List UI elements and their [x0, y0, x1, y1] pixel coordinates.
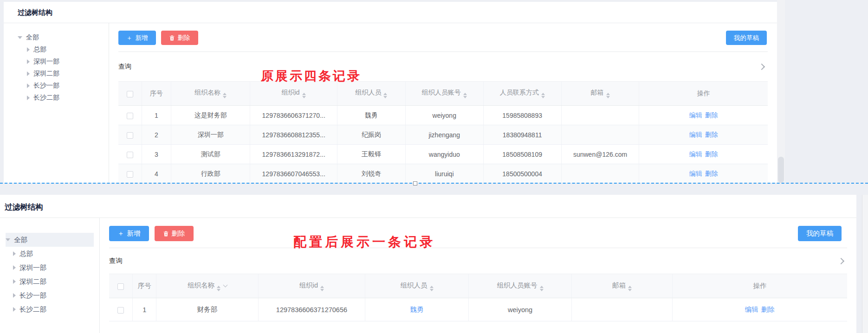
sort-icon[interactable] [606, 93, 610, 98]
caret-right-icon[interactable] [27, 59, 30, 64]
caret-right-icon[interactable] [27, 83, 30, 88]
caret-right-icon[interactable] [27, 47, 30, 52]
cell-org-name: 测试部 [171, 145, 250, 164]
edit-link[interactable]: 编辑 [689, 111, 702, 119]
member-link[interactable]: 魏勇 [410, 306, 424, 313]
column-header-actions: 操作 [672, 274, 847, 298]
caret-down-icon[interactable] [18, 36, 22, 39]
table-row: 3 测试部 1297836613291872... 王毅铎 wangyiduo … [118, 145, 768, 164]
sort-icon[interactable] [383, 93, 387, 98]
column-header-member: 组织人员 [337, 82, 405, 106]
cell-phone: 18500500004 [483, 164, 561, 183]
chevron-down-icon[interactable] [223, 282, 228, 287]
delete-link[interactable]: 删除 [705, 131, 718, 138]
tree-item-sz2[interactable]: 深圳二部 [6, 275, 99, 288]
table-row: 1 财务部 1297836606371270656 魏勇 weiyong 编辑删… [109, 298, 847, 321]
row-checkbox[interactable] [127, 132, 133, 139]
scrollbar[interactable] [777, 0, 785, 183]
panel-before: 过滤树结构 全部 总部 深圳一部 深圳二部 长沙一部 长沙二部 ＋新增 删除 我… [4, 2, 777, 183]
tree-item-sz1[interactable]: 深圳一部 [18, 56, 109, 68]
draft-button[interactable]: 我的草稿 [726, 31, 767, 45]
delete-button[interactable]: 删除 [161, 31, 198, 45]
row-checkbox[interactable] [127, 152, 133, 158]
caret-right-icon[interactable] [13, 307, 16, 312]
caret-right-icon[interactable] [13, 251, 16, 256]
tree-item-all[interactable]: 全部 [18, 32, 109, 44]
tree-item-all[interactable]: 全部 [6, 233, 94, 247]
edit-link[interactable]: 编辑 [689, 131, 702, 138]
table-row: 4 行政部 1297836607046553... 刘锐奇 liuruiqi 1… [118, 164, 768, 183]
cell-account: jizhengang [405, 125, 483, 145]
tree-item-cs2[interactable]: 长沙二部 [6, 302, 99, 316]
panel-after: 过滤树结构 全部 总部 深圳一部 深圳二部 长沙一部 长沙二部 ＋新增 删除 我… [0, 195, 856, 333]
caret-right-icon[interactable] [13, 293, 16, 298]
sort-icon[interactable] [463, 93, 467, 98]
caret-right-icon[interactable] [13, 265, 16, 270]
row-checkbox[interactable] [117, 307, 124, 314]
add-button[interactable]: ＋新增 [118, 31, 156, 45]
row-checkbox[interactable] [127, 171, 133, 178]
delete-link[interactable]: 删除 [761, 306, 775, 313]
select-all-cell [118, 82, 142, 106]
cell-email [561, 106, 639, 125]
annotation-after: 配置后展示一条记录 [293, 233, 435, 251]
tree-item-cs1[interactable]: 长沙一部 [18, 80, 109, 92]
cell-org-id: 1297836613291872... [250, 145, 337, 164]
org-table-before: 序号 组织名称 组织id 组织人员 组织人员账号 人员联系方式 邮箱 操作 [118, 81, 768, 183]
draft-button[interactable]: 我的草稿 [798, 226, 842, 241]
delete-button[interactable]: 删除 [155, 226, 194, 241]
sort-icon[interactable] [320, 286, 324, 291]
cell-member: 刘锐奇 [337, 164, 405, 183]
sort-icon[interactable] [223, 93, 227, 98]
cell-email [561, 125, 639, 145]
tree-item-sz2[interactable]: 深圳二部 [18, 68, 109, 80]
scrollbar[interactable] [862, 195, 868, 333]
cell-email [572, 298, 672, 321]
select-all-checkbox[interactable] [117, 283, 124, 290]
tree-item-cs1[interactable]: 长沙一部 [6, 288, 99, 302]
tree-item-cs2[interactable]: 长沙二部 [18, 92, 109, 104]
tree-item-hq[interactable]: 总部 [6, 247, 99, 261]
chevron-right-icon[interactable] [758, 63, 765, 70]
sort-icon[interactable] [541, 93, 545, 98]
tree-item-sz1[interactable]: 深圳一部 [6, 261, 99, 275]
caret-right-icon[interactable] [27, 96, 30, 100]
table-row: 1 这是财务部 1297836606371270... 魏勇 weiyong 1… [118, 106, 768, 125]
delete-link[interactable]: 删除 [705, 170, 718, 177]
screen: 过滤树结构 全部 总部 深圳一部 深圳二部 长沙一部 长沙二部 ＋新增 删除 我… [0, 0, 868, 333]
sort-icon[interactable] [430, 286, 434, 291]
column-header-index: 序号 [133, 274, 156, 298]
page-title: 过滤树结构 [4, 2, 777, 23]
trash-icon [169, 35, 175, 41]
sort-icon[interactable] [628, 286, 632, 291]
edit-link[interactable]: 编辑 [745, 306, 758, 313]
caret-down-icon[interactable] [6, 238, 10, 241]
caret-right-icon[interactable] [27, 71, 30, 76]
edit-link[interactable]: 编辑 [689, 150, 702, 158]
cell-phone: 15985808893 [483, 106, 561, 125]
caret-right-icon[interactable] [13, 279, 16, 284]
query-label: 查询 [118, 63, 131, 71]
plus-icon: ＋ [126, 34, 133, 42]
column-header-actions: 操作 [639, 82, 768, 106]
edit-link[interactable]: 编辑 [689, 170, 702, 177]
sort-icon[interactable] [302, 93, 306, 98]
tree-item-hq[interactable]: 总部 [18, 44, 109, 56]
cell-account: liuruiqi [405, 164, 483, 183]
delete-link[interactable]: 删除 [705, 150, 718, 158]
select-all-checkbox[interactable] [127, 91, 133, 97]
divider-handle[interactable] [413, 181, 417, 186]
add-button[interactable]: ＋新增 [109, 226, 149, 241]
cell-account: wangyiduo [405, 145, 483, 164]
page-title: 过滤树结构 [0, 195, 856, 218]
column-header-phone: 人员联系方式 [483, 82, 561, 106]
sort-icon[interactable] [540, 286, 544, 291]
sort-icon[interactable] [217, 286, 220, 291]
query-label: 查询 [109, 256, 123, 265]
org-tree: 全部 总部 深圳一部 深圳二部 长沙一部 长沙二部 [0, 218, 100, 333]
scrollbar-thumb[interactable] [778, 157, 784, 183]
delete-link[interactable]: 删除 [705, 111, 718, 119]
column-header-account: 组织人员账号 [405, 82, 483, 106]
chevron-right-icon[interactable] [838, 257, 844, 264]
row-checkbox[interactable] [127, 113, 133, 119]
